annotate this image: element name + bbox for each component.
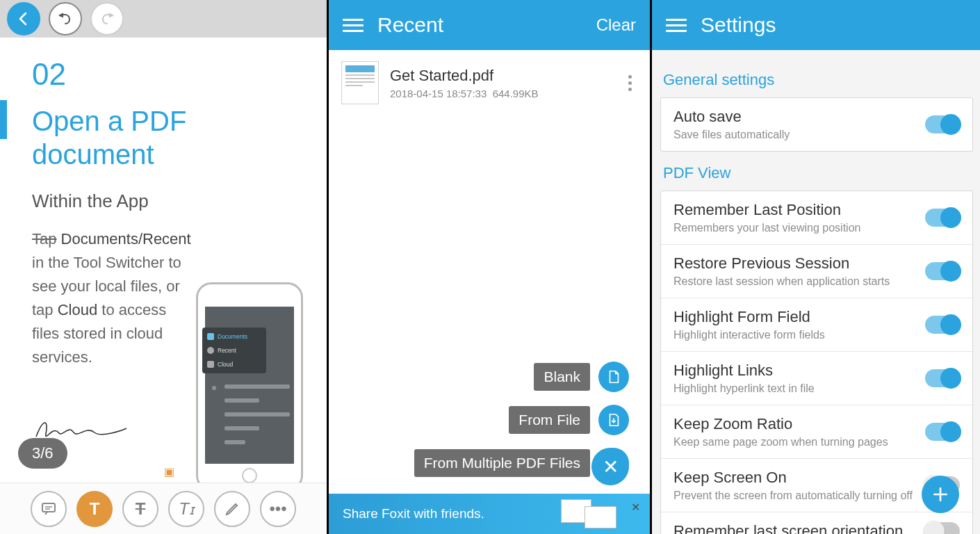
file-meta: 2018-04-15 18:57:33 644.99KB [390,88,612,99]
phone-home-button [242,468,257,483]
section-tab [0,100,7,139]
fab-blank-label: Blank [534,363,590,391]
document-body: 02 Open a PDF document Within the App Ta… [0,38,327,488]
setting-restore[interactable]: Restore Previous SessionRestore last ses… [661,245,972,298]
settings-body[interactable]: General settings Auto saveSave files aut… [652,50,980,534]
settings-header: Settings [652,0,980,50]
share-banner[interactable]: Share Foxit with friends. ✕ [329,494,650,534]
section-text: Tap Documents/Recent in the Tool Switche… [32,227,192,370]
file-name: Get Started.pdf [390,67,612,85]
redo-button[interactable] [90,2,124,35]
toggle-hl-links[interactable] [925,369,960,387]
general-card: Auto saveSave files automatically [660,97,973,152]
more-tools[interactable]: ••• [260,491,296,527]
highlight-tool[interactable]: T [76,491,113,527]
blank-doc-icon [606,369,621,385]
clock-icon [207,347,214,354]
text-icon: Tɪ [179,499,194,519]
section-number: 02 [32,57,302,92]
fab-close-button[interactable]: ✕ [591,448,629,485]
comment-marker-icon[interactable]: ▣ [164,465,174,478]
setting-hl-form[interactable]: Highlight Form FieldHighlight interactiv… [661,298,972,352]
draw-tool[interactable] [214,491,250,527]
phone-menu: Documents Recent Cloud [202,327,266,373]
plus-icon [931,485,949,503]
share-close-button[interactable]: ✕ [631,501,640,514]
recent-panel: Recent Clear Get Started.pdf 2018-04-15 … [327,0,652,534]
folder-icon [207,333,214,340]
fab-blank-button[interactable] [598,362,629,392]
toggle-hl-form[interactable] [925,316,960,334]
cloud-icon [207,361,214,368]
share-text: Share Foxit with friends. [343,506,484,521]
toggle-remember-pos[interactable] [925,209,960,227]
pdf-viewer-panel: 02 Open a PDF document Within the App Ta… [0,0,327,534]
file-options-button[interactable] [623,70,637,97]
setting-autosave[interactable]: Auto saveSave files automatically [661,98,972,151]
toggle-orientation[interactable] [925,522,960,534]
comment-icon [40,501,57,517]
toggle-autosave[interactable] [925,115,960,134]
recent-file-item[interactable]: Get Started.pdf 2018-04-15 18:57:33 644.… [329,50,650,115]
page-indicator[interactable]: 3/6 [18,438,67,469]
text-tool[interactable]: Tɪ [168,491,204,527]
phone-illustration: Documents Recent Cloud [196,282,303,491]
recent-title: Recent [377,13,582,37]
file-thumbnail [341,61,379,104]
settings-title: Settings [701,13,966,37]
section-general: General settings [660,58,973,97]
toggle-restore[interactable] [925,262,960,280]
more-icon: ••• [269,499,286,519]
svg-rect-0 [42,503,55,512]
setting-zoom[interactable]: Keep Zoom RatioKeep same page zoom when … [661,405,972,459]
fab-add-button[interactable] [922,476,959,513]
back-button[interactable] [7,2,40,35]
comment-tool[interactable] [31,491,67,527]
annotation-toolbar: T T Tɪ ••• [0,483,327,534]
recent-header: Recent Clear [329,0,650,50]
section-title: Open a PDF document [32,104,302,171]
strikethrough-icon: T [136,499,146,519]
strikethrough-tool[interactable]: T [122,491,158,527]
undo-button[interactable] [49,2,82,35]
close-icon: ✕ [603,455,619,478]
pencil-icon [224,501,240,517]
arrow-left-icon [15,10,32,27]
toggle-zoom[interactable] [925,423,960,441]
viewer-toolbar [0,0,327,38]
settings-panel: Settings General settings Auto saveSave … [652,0,980,534]
fab-fromfile-label: From File [509,406,590,434]
setting-orientation[interactable]: Remember last screen orientation [661,512,972,534]
file-arrow-icon [606,412,621,428]
setting-hl-links[interactable]: Highlight LinksHighlight hyperlink text … [661,352,972,405]
redo-icon [99,10,115,27]
clear-button[interactable]: Clear [596,15,636,35]
menu-button[interactable] [343,19,364,32]
menu-button[interactable] [666,19,687,32]
section-subtitle: Within the App [32,191,302,212]
devices-illustration [561,495,622,533]
fab-frommulti-label: From Multiple PDF Files [414,449,590,477]
fab-fromfile-button[interactable] [598,405,629,435]
setting-remember-pos[interactable]: Remember Last PositionRemembers your las… [661,191,972,245]
section-pdfview: PDF View [660,152,973,191]
phone-screen: Documents Recent Cloud [205,307,294,464]
undo-icon [57,10,74,27]
highlight-icon: T [90,499,100,519]
